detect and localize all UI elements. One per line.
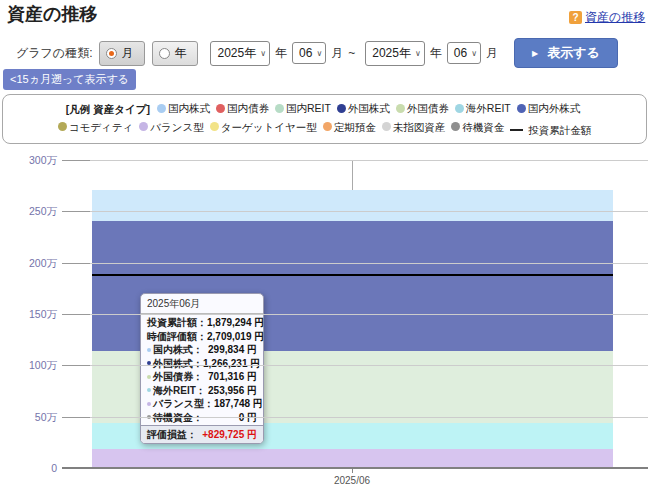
y-axis-label: 50万 [16,411,57,425]
legend-item: 外国債券 [396,99,449,117]
chevron-down-icon: ∨ [260,49,266,58]
chart-tooltip: 2025年06月 投資累計額：1,879,294 円時価評価額：2,709,01… [140,293,264,444]
help-link[interactable]: 資産の推移 [585,10,645,24]
legend-item: 国内外株式 [517,99,581,117]
range-separator: ~ [348,46,355,60]
gridline [62,314,648,315]
x-axis-label: 2025/06 [312,475,392,485]
chevron-down-icon: ∨ [316,49,322,58]
radio-month[interactable]: 月 [99,41,145,66]
display-button[interactable]: ▶ 表示する [514,38,618,68]
start-month-select[interactable]: 06 ∨ [292,42,326,64]
tooltip-row-label: 外国債券： [147,370,203,384]
legend-item-label: 海外REIT [466,99,511,117]
y-axis-label: 200万 [16,257,57,271]
graph-type-label: グラフの種類: [16,45,92,62]
legend-item: 外国株式 [337,99,390,117]
tooltip-row-label: 海外REIT： [147,384,206,398]
y-axis-label: 0 [16,462,57,474]
start-month-suffix: 月 [331,45,343,62]
y-axis-tick [62,263,90,264]
legend-item-label: 国内外株式 [528,99,581,117]
legend-item: 待機資金 [451,118,504,136]
legend-item: ターゲットイヤー型 [210,118,317,136]
legend-item-label: ターゲットイヤー型 [221,118,317,136]
tooltip-row-label: 国内株式： [147,343,203,357]
start-year-value: 2025年 [217,45,256,62]
gridline [62,211,648,212]
legend-swatch-icon [323,122,332,131]
tooltip-row: 外国株式：1,266,231 円 [141,357,263,371]
tooltip-row-value: 2,709,019 円 [207,330,264,344]
back-15-months-button[interactable]: <15ヵ月遡って表示する [3,69,136,90]
y-axis-tick [62,417,90,418]
start-month-value: 06 [299,46,312,60]
end-month-value: 06 [454,46,467,60]
legend-item: コモディティ [58,118,133,136]
gridline [62,160,648,161]
end-year-select[interactable]: 2025年 ∨ [365,41,425,66]
help-icon[interactable]: ? [569,11,582,24]
investment-total-line [92,274,613,276]
end-month-select[interactable]: 06 ∨ [447,42,481,64]
legend-swatch-icon [396,104,405,113]
asset-chart[interactable]: 2025/06 2025年06月 投資累計額：1,879,294 円時価評価額：… [0,145,650,485]
radio-year[interactable]: 年 [152,41,198,66]
chevron-down-icon: ∨ [471,49,477,58]
tooltip-row-value: 701,316 円 [208,370,257,384]
legend-line-item: 投資累計金額 [510,121,591,139]
tooltip-row-value: 1,266,231 円 [203,357,260,371]
y-axis-tick [62,314,90,315]
tooltip-row-label: 投資累計額： [147,316,207,330]
tooltip-row: 外国債券：701,316 円 [141,370,263,384]
area-band[interactable] [92,449,613,468]
legend-item-label: コモディティ [69,118,133,136]
tooltip-row: バランス型：187,748 円 [141,397,263,411]
tooltip-row-value: 187,748 円 [214,397,263,411]
tooltip-row: 海外REIT：253,956 円 [141,384,263,398]
start-year-select[interactable]: 2025年 ∨ [210,41,270,66]
controls-row: グラフの種類: 月 年 2025年 ∨ 年 06 ∨ 月 ~ 2025年 ∨ 年… [16,39,618,67]
tooltip-row-label: 外国株式： [147,357,203,371]
legend-swatch-icon [157,104,166,113]
area-band[interactable] [92,190,613,221]
y-axis-label: 250万 [16,205,57,219]
tooltip-profit-label: 評価損益： [147,427,197,442]
legend-item-label: 外国債券 [407,99,449,117]
legend-item: 定期預金 [323,118,376,136]
tooltip-row: 国内株式：299,834 円 [141,343,263,357]
tooltip-bullet-icon [147,348,151,352]
end-year-value: 2025年 [372,45,411,62]
legend-swatch-icon [210,122,219,131]
legend-row-2: コモディティバランス型ターゲットイヤー型定期預金未指図資産待機資金投資累計金額 [3,118,646,140]
gridline [62,365,648,366]
legend-item: バランス型 [139,118,203,136]
tooltip-row-value: 299,834 円 [208,343,257,357]
tooltip-row-label: 時価評価額： [147,330,207,344]
legend-item: 海外REIT [455,99,511,117]
chevron-down-icon: ∨ [415,49,421,58]
radio-selected-icon [106,48,117,59]
y-axis-tick [62,160,90,161]
y-axis-tick [62,365,90,366]
tooltip-rows: 投資累計額：1,879,294 円時価評価額：2,709,019 円国内株式：2… [141,314,263,425]
gridline [62,417,648,418]
hover-indicator-line [352,160,353,190]
legend-item-label: バランス型 [150,118,203,136]
y-axis-tick [62,211,90,212]
start-year-suffix: 年 [275,45,287,62]
display-button-label: 表示する [547,44,600,62]
legend-box: [凡例 資産タイプ]国内株式国内債券国内REIT外国株式外国債券海外REIT国内… [2,94,647,144]
legend-item: 未指図資産 [382,118,446,136]
tooltip-row: 投資累計額：1,879,294 円 [141,316,263,330]
legend-item-label: 定期預金 [334,118,376,136]
legend-swatch-icon [58,122,67,131]
legend-line-label: 投資累計金額 [528,121,591,139]
page-title: 資産の推移 [7,2,97,26]
tooltip-bullet-icon [147,375,151,379]
help-area: ?資産の推移 [569,8,645,26]
legend-item: 国内REIT [275,99,331,117]
legend-item-label: 国内REIT [286,99,331,117]
play-icon: ▶ [532,49,538,58]
legend-item-label: 外国株式 [348,99,390,117]
